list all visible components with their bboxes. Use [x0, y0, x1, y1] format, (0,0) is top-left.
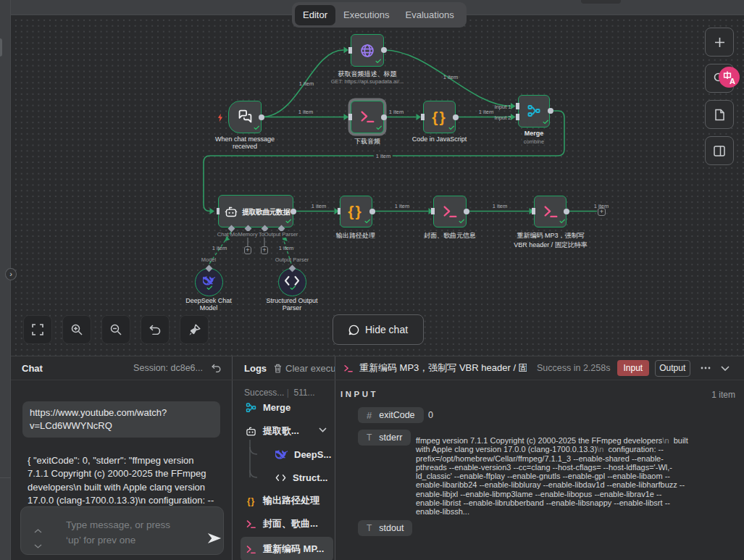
svg-text:{}: {}	[247, 496, 255, 506]
svg-text:{}: {}	[348, 203, 362, 220]
svg-text:{}: {}	[432, 109, 446, 125]
svg-text:A: A	[730, 76, 735, 85]
